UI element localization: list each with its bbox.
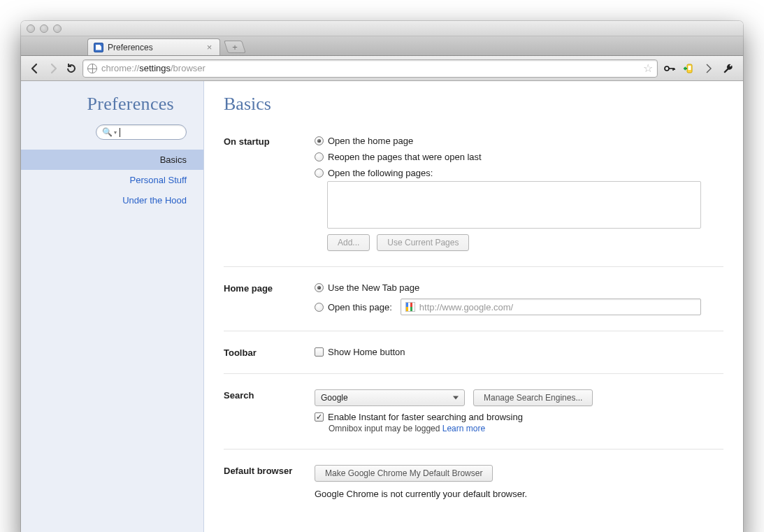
button-label: Make Google Chrome My Default Browser	[325, 468, 482, 478]
sidebar-item-label: Personal Stuff	[130, 175, 187, 185]
radio-use-newtab[interactable]	[315, 283, 324, 292]
sidebar-item-label: Basics	[160, 154, 187, 165]
bookmark-star-icon[interactable]: ☆	[643, 62, 653, 75]
search-engine-select[interactable]: Google	[315, 389, 465, 406]
instant-note: Omnibox input may be logged Learn more	[329, 424, 723, 433]
radio-open-home[interactable]	[315, 136, 324, 145]
sidebar-search-input[interactable]: 🔍 ▾	[96, 124, 187, 140]
chevron-right-icon[interactable]	[701, 62, 716, 75]
sidebar: Preferences 🔍 ▾ Basics Personal Stuff Un…	[21, 81, 204, 532]
svg-rect-2	[689, 66, 691, 70]
manage-search-engines-button[interactable]: Manage Search Engines...	[473, 389, 593, 406]
checkbox-label: Enable Instant for faster searching and …	[328, 412, 523, 422]
google-favicon	[405, 302, 415, 312]
sidebar-item-basics[interactable]: Basics	[21, 150, 203, 170]
content-area: Preferences 🔍 ▾ Basics Personal Stuff Un…	[21, 81, 743, 532]
section-heading: Default browser	[224, 465, 315, 499]
checkbox-show-home[interactable]	[315, 347, 324, 357]
svg-point-0	[665, 66, 669, 71]
homepage-url-input[interactable]: http://www.google.com/	[401, 299, 701, 315]
section-on-startup: On startup Open the home page Reopen the…	[224, 130, 723, 267]
radio-reopen-last[interactable]	[315, 152, 324, 161]
tab-strip: Preferences × +	[21, 36, 743, 56]
learn-more-link[interactable]: Learn more	[442, 424, 485, 433]
checkbox-label: Show Home button	[328, 347, 405, 357]
sidebar-item-personal-stuff[interactable]: Personal Stuff	[21, 170, 203, 190]
page-title: Basics	[224, 94, 723, 115]
sidebar-item-under-the-hood[interactable]: Under the Hood	[21, 190, 203, 210]
section-toolbar: Toolbar Show Home button	[224, 341, 723, 374]
section-heading: Search	[224, 389, 315, 433]
sidebar-item-label: Under the Hood	[122, 195, 187, 206]
zoom-window-button[interactable]	[53, 24, 62, 33]
section-default-browser: Default browser Make Google Chrome My De…	[224, 459, 723, 515]
section-heading: On startup	[224, 136, 315, 251]
radio-open-following[interactable]	[315, 168, 324, 178]
button-label: Manage Search Engines...	[484, 393, 582, 403]
wrench-menu-icon[interactable]	[721, 62, 736, 75]
tab-title: Preferences	[108, 43, 153, 52]
tab-close-icon[interactable]: ×	[205, 43, 214, 52]
globe-icon	[87, 64, 97, 73]
select-value: Google	[321, 393, 348, 403]
toolbar: chrome://settings/browser ☆	[21, 56, 743, 81]
section-heading: Toolbar	[224, 347, 315, 358]
forward-button[interactable]	[46, 62, 60, 76]
back-button[interactable]	[28, 62, 42, 76]
omnibox-url: chrome://settings/browser	[101, 63, 206, 73]
titlebar	[21, 21, 743, 36]
radio-open-this-page[interactable]	[315, 303, 324, 312]
section-home-page: Home page Use the New Tab page Open this…	[224, 277, 723, 331]
window-controls	[27, 24, 62, 33]
radio-label: Use the New Tab page	[328, 282, 419, 293]
tab-preferences[interactable]: Preferences ×	[87, 38, 220, 55]
section-search: Search Google Manage Search Engines... ✓…	[224, 384, 723, 450]
button-label: Use Current Pages	[387, 238, 459, 247]
default-browser-status: Google Chrome is not currently your defa…	[315, 489, 723, 499]
checkbox-enable-instant[interactable]: ✓	[315, 412, 324, 422]
browser-window: Preferences × + chrome://settings/browse…	[21, 21, 743, 532]
input-placeholder: http://www.google.com/	[419, 302, 513, 312]
new-tab-button[interactable]: +	[224, 41, 246, 53]
tab-favicon	[94, 43, 103, 52]
extension-key-icon[interactable]	[662, 62, 677, 75]
close-window-button[interactable]	[27, 24, 35, 33]
radio-label: Open the following pages:	[328, 168, 433, 178]
add-page-button[interactable]: Add...	[327, 234, 370, 251]
main-panel: Basics On startup Open the home page Reo…	[204, 81, 743, 532]
make-default-browser-button[interactable]: Make Google Chrome My Default Browser	[315, 465, 493, 482]
button-label: Add...	[338, 238, 359, 247]
use-current-pages-button[interactable]: Use Current Pages	[377, 234, 469, 251]
sidebar-title: Preferences	[21, 94, 191, 115]
radio-label: Open the home page	[328, 136, 413, 146]
section-heading: Home page	[224, 282, 315, 315]
chevron-down-icon	[453, 396, 459, 400]
startup-pages-listbox[interactable]	[327, 181, 701, 229]
omnibox[interactable]: chrome://settings/browser ☆	[82, 59, 658, 78]
extension-device-icon[interactable]	[682, 62, 697, 75]
text-cursor	[120, 128, 120, 137]
radio-label: Open this page:	[328, 302, 392, 312]
radio-label: Reopen the pages that were open last	[328, 152, 482, 162]
note-text: Omnibox input may be logged	[329, 424, 442, 433]
minimize-window-button[interactable]	[40, 24, 48, 33]
dropdown-caret-icon: ▾	[114, 129, 117, 136]
search-icon: 🔍	[102, 127, 113, 137]
sidebar-nav: Basics Personal Stuff Under the Hood	[21, 150, 203, 210]
reload-button[interactable]	[64, 62, 78, 76]
